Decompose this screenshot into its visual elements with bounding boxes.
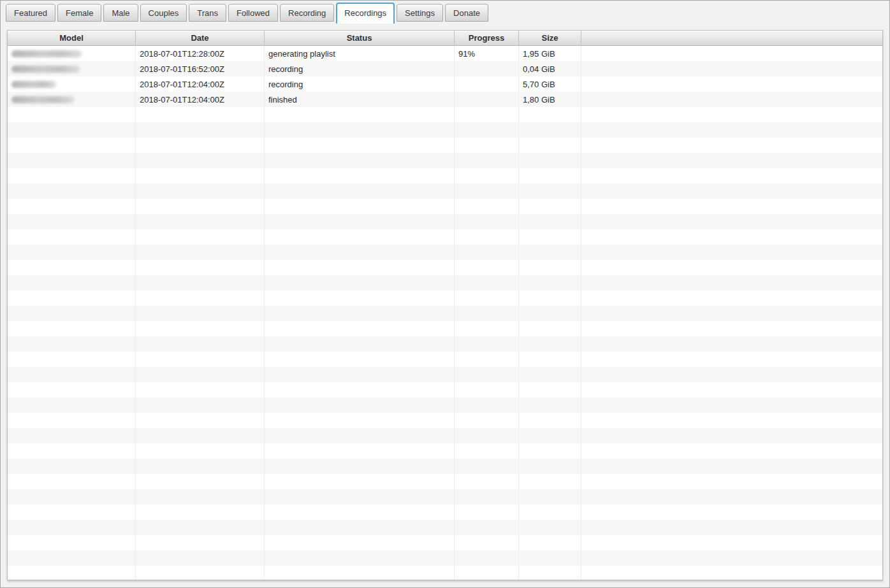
cell-date bbox=[136, 245, 265, 260]
cell-progress bbox=[455, 336, 519, 352]
cell-status bbox=[265, 520, 455, 535]
table-row-empty[interactable] bbox=[8, 428, 882, 443]
table-row-empty[interactable] bbox=[8, 107, 882, 122]
cell-size bbox=[519, 443, 581, 459]
tab-male[interactable]: Male bbox=[103, 4, 138, 22]
cell-status bbox=[265, 413, 455, 428]
cell-date bbox=[136, 535, 265, 550]
cell-filler bbox=[581, 428, 882, 443]
cell-date bbox=[136, 214, 265, 229]
table-row-empty[interactable] bbox=[8, 398, 882, 413]
table-row[interactable]: 2018-07-01T12:04:00Zrecording5,70 GiB bbox=[8, 76, 882, 92]
cell-date bbox=[136, 443, 265, 459]
table-row-empty[interactable] bbox=[8, 122, 882, 138]
table-row-empty[interactable] bbox=[8, 290, 882, 306]
cell-size bbox=[519, 229, 581, 245]
cell-status bbox=[265, 168, 455, 183]
cell-progress bbox=[455, 199, 519, 214]
cell-progress bbox=[455, 214, 519, 229]
table-row-empty[interactable] bbox=[8, 275, 882, 290]
table-row-empty[interactable] bbox=[8, 245, 882, 260]
cell-date bbox=[136, 260, 265, 275]
table-row-empty[interactable] bbox=[8, 520, 882, 535]
cell-progress bbox=[455, 489, 519, 505]
cell-size bbox=[519, 505, 581, 520]
cell-status bbox=[265, 535, 455, 550]
table-row-empty[interactable] bbox=[8, 306, 882, 321]
cell-date bbox=[136, 382, 265, 398]
cell-filler bbox=[581, 183, 882, 199]
cell-date bbox=[136, 107, 265, 122]
table-row-empty[interactable] bbox=[8, 382, 882, 398]
table-row-empty[interactable] bbox=[8, 474, 882, 489]
table-row-empty[interactable] bbox=[8, 352, 882, 367]
column-header-status[interactable]: Status bbox=[265, 31, 455, 46]
table-row[interactable]: 2018-07-01T12:28:00Zgenerating playlist9… bbox=[8, 46, 882, 61]
column-header-size[interactable]: Size bbox=[519, 31, 581, 46]
table-row-empty[interactable] bbox=[8, 413, 882, 428]
cell-size bbox=[519, 290, 581, 306]
cell-progress bbox=[455, 398, 519, 413]
cell-model bbox=[8, 505, 136, 520]
cell-model bbox=[8, 260, 136, 275]
table-row-empty[interactable] bbox=[8, 168, 882, 183]
table-row-empty[interactable] bbox=[8, 199, 882, 214]
cell-size bbox=[519, 214, 581, 229]
cell-status bbox=[265, 489, 455, 505]
cell-size: 5,70 GiB bbox=[519, 76, 581, 92]
column-header-date[interactable]: Date bbox=[136, 31, 265, 46]
tab-donate[interactable]: Donate bbox=[445, 4, 488, 22]
cell-progress bbox=[455, 566, 519, 580]
table-row-empty[interactable] bbox=[8, 505, 882, 520]
cell-model bbox=[8, 290, 136, 306]
tab-followed[interactable]: Followed bbox=[228, 4, 278, 22]
table-row-empty[interactable] bbox=[8, 336, 882, 352]
column-header-filler[interactable] bbox=[581, 31, 882, 46]
app-window: FeaturedFemaleMaleCouplesTransFollowedRe… bbox=[0, 0, 890, 588]
cell-date: 2018-07-01T12:04:00Z bbox=[136, 92, 265, 107]
cell-filler bbox=[581, 153, 882, 168]
table-row-empty[interactable] bbox=[8, 459, 882, 474]
cell-size bbox=[519, 398, 581, 413]
table-row-empty[interactable] bbox=[8, 321, 882, 336]
tab-featured[interactable]: Featured bbox=[6, 4, 55, 22]
cell-date: 2018-07-01T12:04:00Z bbox=[136, 76, 265, 92]
tab-female[interactable]: Female bbox=[57, 4, 101, 22]
cell-date bbox=[136, 290, 265, 306]
tab-recordings[interactable]: Recordings bbox=[336, 3, 395, 24]
table-row-empty[interactable] bbox=[8, 183, 882, 199]
table-row-empty[interactable] bbox=[8, 550, 882, 566]
table-row-empty[interactable] bbox=[8, 443, 882, 459]
column-header-model[interactable]: Model bbox=[8, 31, 136, 46]
cell-progress bbox=[455, 474, 519, 489]
table-row-empty[interactable] bbox=[8, 489, 882, 505]
cell-filler bbox=[581, 46, 882, 61]
table-row-empty[interactable] bbox=[8, 229, 882, 245]
tab-trans[interactable]: Trans bbox=[189, 4, 226, 22]
table-row-empty[interactable] bbox=[8, 153, 882, 168]
table-row-empty[interactable] bbox=[8, 138, 882, 153]
tab-bar: FeaturedFemaleMaleCouplesTransFollowedRe… bbox=[1, 1, 889, 26]
column-header-progress[interactable]: Progress bbox=[455, 31, 519, 46]
table-row-empty[interactable] bbox=[8, 260, 882, 275]
cell-model bbox=[8, 474, 136, 489]
tab-recording[interactable]: Recording bbox=[280, 4, 334, 22]
table-row-empty[interactable] bbox=[8, 367, 882, 382]
table-row-empty[interactable] bbox=[8, 535, 882, 550]
cell-date bbox=[136, 352, 265, 367]
cell-status bbox=[265, 122, 455, 138]
table-row-empty[interactable] bbox=[8, 214, 882, 229]
cell-progress bbox=[455, 260, 519, 275]
cell-progress bbox=[455, 413, 519, 428]
table-row[interactable]: 2018-07-01T16:52:00Zrecording0,04 GiB bbox=[8, 61, 882, 76]
table-row[interactable]: 2018-07-01T12:04:00Zfinished1,80 GiB bbox=[8, 92, 882, 107]
cell-size bbox=[519, 459, 581, 474]
tab-couples[interactable]: Couples bbox=[140, 4, 187, 22]
table-row-empty[interactable] bbox=[8, 566, 882, 580]
cell-progress bbox=[455, 550, 519, 566]
cell-date bbox=[136, 367, 265, 382]
cell-model bbox=[8, 214, 136, 229]
tab-settings[interactable]: Settings bbox=[397, 4, 443, 22]
cell-model bbox=[8, 566, 136, 580]
cell-size: 0,04 GiB bbox=[519, 61, 581, 76]
